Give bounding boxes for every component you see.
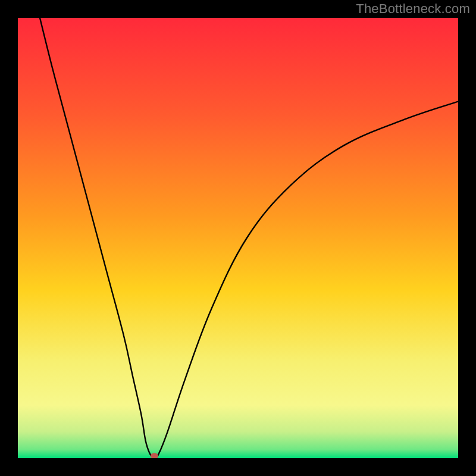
- trough-marker: [151, 453, 158, 458]
- chart-svg: [18, 18, 458, 458]
- plot-area: [18, 18, 458, 458]
- watermark-text: TheBottleneck.com: [356, 1, 470, 17]
- bottleneck-curve: [40, 18, 458, 458]
- chart-frame: TheBottleneck.com: [0, 0, 476, 476]
